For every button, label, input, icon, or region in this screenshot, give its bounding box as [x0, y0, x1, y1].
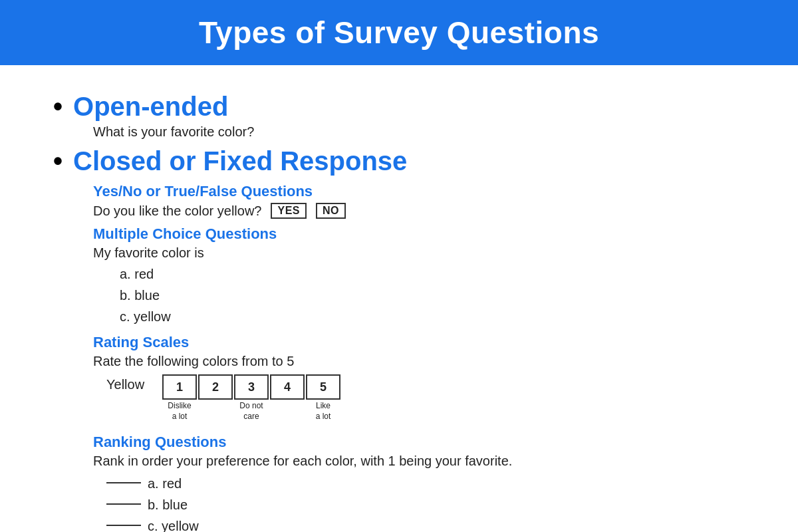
rating-box-2[interactable]: 2 — [198, 374, 233, 400]
no-button[interactable]: NO — [316, 203, 346, 219]
open-ended-section: • Open-ended What is your favorite color… — [53, 92, 745, 140]
rating-item-label: Yellow — [106, 374, 153, 392]
mc-option-a: a. red — [120, 263, 745, 285]
rating-box-4[interactable]: 4 — [270, 374, 305, 400]
rating-subsection: Rating Scales Rate the following colors … — [93, 334, 745, 422]
bullet-open-ended: • — [53, 92, 63, 122]
multiple-choice-subsection: Multiple Choice Questions My favorite co… — [93, 225, 745, 327]
rating-item-1: 1 Dislikea lot — [162, 374, 197, 422]
rating-sub-5: Likea lot — [316, 401, 331, 422]
mc-option-b: b. blue — [120, 285, 745, 306]
ranking-item-b: b. blue — [106, 494, 745, 515]
multiple-choice-question: My favorite color is — [93, 245, 745, 261]
ranking-item-a: a. red — [106, 473, 745, 494]
ranking-items: a. red b. blue c. yellow — [106, 473, 745, 532]
closed-title: • Closed or Fixed Response — [53, 146, 745, 176]
open-ended-title: • Open-ended — [53, 92, 745, 122]
rating-box-1[interactable]: 1 — [162, 374, 197, 400]
rating-sub-3: Do notcare — [239, 401, 263, 422]
rating-item-2: 2 — [198, 374, 233, 420]
yesno-title: Yes/No or True/False Questions — [93, 183, 745, 200]
rating-row: Yellow 1 Dislikea lot 2 3 Do notcare — [106, 374, 745, 422]
rating-box-3[interactable]: 3 — [234, 374, 269, 400]
closed-label: Closed or Fixed Response — [73, 146, 407, 176]
rating-sub-1: Dislikea lot — [168, 401, 191, 422]
ranking-subsection: Ranking Questions Rank in order your pre… — [93, 434, 745, 532]
rating-box-5[interactable]: 5 — [306, 374, 340, 400]
rating-item-3: 3 Do notcare — [234, 374, 269, 422]
ranking-label-b: b. blue — [148, 494, 188, 515]
bullet-closed: • — [53, 146, 63, 176]
multiple-choice-options: a. red b. blue c. yellow — [120, 263, 745, 327]
yesno-question-row: Do you like the color yellow? YES NO — [93, 203, 745, 219]
content: • Open-ended What is your favorite color… — [0, 65, 798, 532]
blank-a — [106, 482, 141, 483]
mc-option-c: c. yellow — [120, 306, 745, 327]
open-ended-description: What is your favorite color? — [93, 124, 745, 140]
rating-question: Rate the following colors from to 5 — [93, 354, 745, 369]
yes-button[interactable]: YES — [271, 203, 307, 219]
header: Types of Survey Questions — [0, 0, 798, 65]
ranking-item-c: c. yellow — [106, 515, 745, 532]
ranking-label-a: a. red — [148, 473, 182, 494]
multiple-choice-title: Multiple Choice Questions — [93, 225, 745, 243]
open-ended-label: Open-ended — [73, 92, 228, 122]
rating-item-4: 4 — [270, 374, 305, 420]
ranking-label-c: c. yellow — [148, 515, 199, 532]
yesno-question: Do you like the color yellow? — [93, 203, 261, 219]
page-title: Types of Survey Questions — [27, 15, 771, 51]
rating-boxes: 1 Dislikea lot 2 3 Do notcare 4 — [162, 374, 340, 422]
yesno-subsection: Yes/No or True/False Questions Do you li… — [93, 183, 745, 219]
ranking-title: Ranking Questions — [93, 434, 745, 451]
blank-b — [106, 503, 141, 505]
closed-section: • Closed or Fixed Response Yes/No or Tru… — [53, 146, 745, 532]
rating-item-5: 5 Likea lot — [306, 374, 340, 422]
blank-c — [106, 525, 141, 526]
rating-title: Rating Scales — [93, 334, 745, 351]
ranking-question: Rank in order your preference for each c… — [93, 454, 745, 469]
